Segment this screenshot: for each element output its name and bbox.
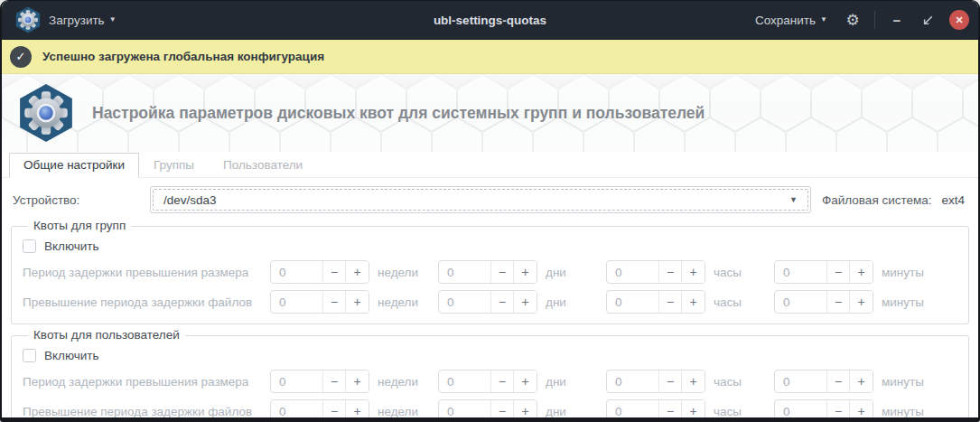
increment-button[interactable]: +: [682, 291, 705, 313]
increment-button[interactable]: +: [514, 291, 537, 313]
decrement-button[interactable]: −: [659, 291, 682, 313]
users-file-grace-row: Превышение периода задержки файлов 0 − +…: [23, 399, 959, 422]
spinbutton-hours[interactable]: 0 − +: [606, 260, 705, 284]
decrement-button[interactable]: −: [827, 261, 850, 283]
increment-button[interactable]: +: [850, 400, 873, 422]
spinbutton-weeks[interactable]: 0 − +: [270, 260, 369, 284]
settings-gear-icon[interactable]: ⚙: [840, 7, 865, 33]
close-button[interactable]: ✕: [949, 10, 969, 30]
titlebar: Загрузить ▼ ubl-settings-quotas Сохранит…: [2, 1, 978, 40]
decrement-button[interactable]: −: [491, 400, 514, 422]
spin-cell-hours: 0 − + часы: [606, 260, 774, 284]
spin-cell-hours: 0 − + часы: [606, 370, 774, 393]
filesystem-value: ext4: [942, 193, 966, 207]
spin-value[interactable]: 0: [271, 291, 323, 313]
spin-cell-hours: 0 − + часы: [606, 290, 774, 314]
decrement-button[interactable]: −: [491, 370, 514, 392]
unit-label-hours: часы: [714, 405, 742, 418]
spin-value[interactable]: 0: [607, 291, 659, 313]
decrement-button[interactable]: −: [491, 291, 514, 313]
save-menu-label: Сохранить: [755, 14, 816, 27]
users-enable-checkbox-row[interactable]: Включить: [23, 349, 959, 362]
spin-value[interactable]: 0: [607, 261, 659, 283]
users-enable-checkbox[interactable]: [23, 349, 36, 362]
spin-value[interactable]: 0: [607, 400, 659, 422]
groups-enable-checkbox-row[interactable]: Включить: [23, 239, 959, 253]
decrement-button[interactable]: −: [323, 400, 346, 422]
spin-value[interactable]: 0: [439, 261, 491, 283]
maximize-button[interactable]: [915, 7, 940, 33]
spinbutton-days[interactable]: 0 − +: [438, 399, 537, 422]
spin-value[interactable]: 0: [271, 261, 323, 283]
decrement-button[interactable]: −: [827, 291, 850, 313]
spinbutton-minutes[interactable]: 0 − +: [774, 399, 873, 422]
spinbutton-days[interactable]: 0 − +: [438, 290, 537, 314]
increment-button[interactable]: +: [346, 261, 369, 283]
spin-value[interactable]: 0: [775, 261, 827, 283]
spinbutton-minutes[interactable]: 0 − +: [774, 370, 873, 393]
tab-users[interactable]: Пользователи: [209, 153, 317, 177]
increment-button[interactable]: +: [850, 370, 873, 392]
increment-button[interactable]: +: [514, 400, 537, 422]
device-row: Устройство: /dev/sda3 ▼ Файловая система…: [2, 184, 978, 220]
decrement-button[interactable]: −: [323, 291, 346, 313]
spin-value[interactable]: 0: [271, 400, 323, 422]
spin-value[interactable]: 0: [775, 400, 827, 422]
spin-cell-minutes: 0 − + минуты: [774, 260, 942, 284]
spinbutton-weeks[interactable]: 0 − +: [270, 290, 369, 314]
groups-enable-checkbox[interactable]: [23, 239, 36, 253]
increment-button[interactable]: +: [346, 291, 369, 313]
increment-button[interactable]: +: [682, 370, 705, 392]
header-banner: Настройка параметров дисковых квот для с…: [2, 74, 978, 152]
decrement-button[interactable]: −: [659, 370, 682, 392]
spinbutton-minutes[interactable]: 0 − +: [774, 260, 873, 284]
page-title: Настройка параметров дисковых квот для с…: [92, 104, 705, 123]
spin-value[interactable]: 0: [439, 400, 491, 422]
spin-cell-weeks: 0 − + недели: [270, 399, 438, 422]
decrement-button[interactable]: −: [323, 370, 346, 392]
decrement-button[interactable]: −: [827, 400, 850, 422]
increment-button[interactable]: +: [850, 291, 873, 313]
spin-value[interactable]: 0: [775, 370, 827, 392]
decrement-button[interactable]: −: [659, 261, 682, 283]
decrement-button[interactable]: −: [491, 261, 514, 283]
increment-button[interactable]: +: [514, 261, 537, 283]
tab-groups[interactable]: Группы: [139, 153, 209, 177]
decrement-button[interactable]: −: [659, 400, 682, 422]
spin-value[interactable]: 0: [439, 370, 491, 392]
spinbutton-hours[interactable]: 0 − +: [606, 370, 705, 393]
increment-button[interactable]: +: [850, 261, 873, 283]
spin-value[interactable]: 0: [775, 291, 827, 313]
increment-button[interactable]: +: [514, 370, 537, 392]
unit-label-days: дни: [546, 405, 566, 418]
spinbutton-minutes[interactable]: 0 − +: [774, 290, 873, 314]
filesystem-label: Файловая система:: [822, 193, 932, 207]
spin-cell-minutes: 0 − + минуты: [774, 370, 942, 393]
spinbutton-hours[interactable]: 0 − +: [606, 399, 705, 422]
save-menu-button[interactable]: Сохранить ▼: [748, 8, 835, 33]
device-combobox[interactable]: /dev/sda3 ▼: [150, 186, 811, 213]
increment-button[interactable]: +: [346, 400, 369, 422]
users-frame-legend: Квоты для пользователей: [28, 328, 185, 342]
spin-value[interactable]: 0: [607, 370, 659, 392]
spinbutton-weeks[interactable]: 0 − +: [270, 399, 369, 422]
decrement-button[interactable]: −: [323, 261, 346, 283]
increment-button[interactable]: +: [346, 370, 369, 392]
spinbutton-weeks[interactable]: 0 − +: [270, 370, 369, 393]
increment-button[interactable]: +: [682, 400, 705, 422]
spinbutton-days[interactable]: 0 − +: [438, 370, 537, 393]
spin-cell-hours: 0 − + часы: [606, 399, 774, 422]
increment-button[interactable]: +: [682, 261, 705, 283]
minimize-button[interactable]: −: [884, 7, 910, 33]
titlebar-actions: Сохранить ▼ ⚙ − ✕: [748, 7, 969, 33]
unit-label-minutes: минуты: [882, 295, 924, 309]
decrement-button[interactable]: −: [827, 370, 850, 392]
spinbutton-days[interactable]: 0 − +: [438, 260, 537, 284]
load-menu-button[interactable]: Загрузить ▼: [42, 8, 124, 33]
groups-frame-legend: Квоты для групп: [28, 219, 131, 232]
spin-value[interactable]: 0: [271, 370, 323, 392]
tab-general-settings[interactable]: Общие настройки: [9, 153, 139, 178]
spinbutton-hours[interactable]: 0 − +: [606, 290, 705, 314]
spin-value[interactable]: 0: [439, 291, 491, 313]
titlebar-separator: [874, 11, 875, 29]
